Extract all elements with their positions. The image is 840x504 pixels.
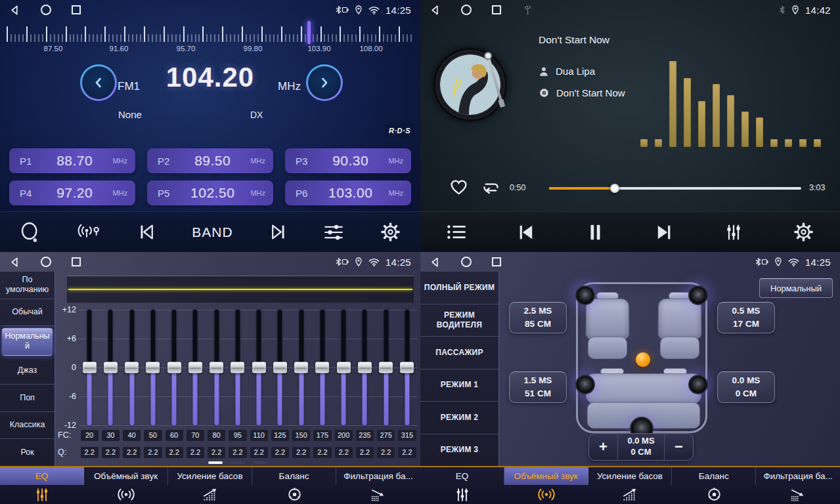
settings-gear-icon[interactable] — [793, 222, 814, 242]
tab-bass-boost[interactable]: Усиление басов — [588, 467, 673, 504]
preset-button-p2[interactable]: P289.50MHz — [147, 148, 273, 173]
fc-value[interactable]: 275 — [377, 430, 395, 441]
repeat-icon[interactable] — [481, 179, 501, 196]
equalizer-icon[interactable] — [724, 223, 743, 242]
home-icon[interactable] — [461, 5, 472, 15]
back-icon[interactable] — [430, 257, 441, 268]
profile-button[interactable]: Нормальный — [759, 278, 833, 298]
q-value[interactable]: 2.2 — [208, 447, 225, 458]
eq-preset-custom[interactable]: Обычай — [0, 299, 55, 327]
eq-preset-pop[interactable]: Поп — [0, 385, 55, 412]
fc-value[interactable]: 110 — [250, 430, 268, 441]
eq-band-slider[interactable] — [248, 310, 269, 425]
recents-icon[interactable] — [72, 257, 81, 266]
eq-band-slider[interactable] — [397, 310, 418, 425]
settings-gear-icon[interactable] — [380, 222, 401, 242]
home-icon[interactable] — [41, 257, 51, 267]
eq-band-slider[interactable] — [291, 310, 312, 425]
fc-value[interactable]: 150 — [292, 430, 310, 441]
progress-thumb[interactable] — [610, 184, 619, 193]
listening-position-marker[interactable] — [636, 352, 650, 367]
q-value[interactable]: 2.2 — [292, 447, 310, 458]
next-station-button[interactable] — [268, 222, 287, 242]
back-icon[interactable] — [430, 5, 441, 16]
tab-bass-boost[interactable]: Усиление басов — [168, 467, 252, 504]
tab-balance[interactable]: Баланс — [252, 467, 336, 504]
eq-band-slider[interactable] — [269, 310, 290, 425]
tab-filter[interactable]: Фильтрация ба... — [756, 467, 840, 504]
speaker-rear-right[interactable] — [688, 375, 708, 394]
tab-filter[interactable]: Фильтрация ба... — [336, 467, 420, 504]
eq-preset-default[interactable]: По умолчанию — [0, 272, 55, 299]
scan-button[interactable] — [20, 221, 41, 243]
eq-band-slider[interactable] — [143, 310, 164, 425]
eq-band-slider[interactable] — [100, 310, 121, 425]
pause-button[interactable] — [588, 223, 603, 242]
speaker-front-left[interactable] — [575, 285, 595, 305]
eq-band-slider[interactable] — [227, 310, 248, 425]
eq-band-slider[interactable] — [206, 310, 227, 425]
home-icon[interactable] — [461, 257, 472, 267]
preset-button-p1[interactable]: P188.70MHz — [9, 148, 135, 173]
mode-3[interactable]: РЕЖИМ 3 — [420, 434, 498, 467]
tab-balance[interactable]: Баланс — [672, 467, 756, 504]
tab-eq[interactable]: EQ — [420, 467, 504, 504]
back-icon[interactable] — [9, 257, 20, 268]
tab-surround[interactable]: Объёмный звук — [84, 467, 168, 504]
playlist-icon[interactable] — [447, 224, 466, 240]
q-value[interactable]: 2.2 — [144, 447, 162, 458]
q-value[interactable]: 2.2 — [123, 447, 141, 458]
mode-passenger[interactable]: ПАССАЖИР — [420, 337, 498, 369]
mode-driver[interactable]: РЕЖИМ ВОДИТЕЛЯ — [420, 304, 498, 337]
q-value[interactable]: 2.2 — [229, 447, 246, 458]
fc-value[interactable]: 175 — [313, 430, 331, 441]
speaker-front-right[interactable] — [688, 285, 708, 305]
tab-surround[interactable]: Объёмный звук — [504, 467, 588, 504]
q-value[interactable]: 2.2 — [271, 447, 289, 458]
eq-band-slider[interactable] — [79, 310, 100, 425]
speaker-rear-left[interactable] — [575, 375, 595, 394]
delay-rear-left[interactable]: 1.5 MS51 CM — [509, 371, 567, 403]
fc-value[interactable]: 80 — [208, 430, 225, 441]
eq-band-slider[interactable] — [122, 310, 143, 425]
tune-up-button[interactable] — [306, 64, 343, 101]
eq-band-slider[interactable] — [164, 310, 185, 425]
eq-preset-jazz[interactable]: Джаз — [0, 358, 55, 385]
next-track-button[interactable] — [653, 223, 673, 242]
fc-value[interactable]: 200 — [335, 430, 353, 441]
fc-value[interactable]: 40 — [123, 430, 141, 441]
fc-value[interactable]: 20 — [81, 430, 99, 441]
preset-button-p3[interactable]: P390.30MHz — [285, 148, 411, 173]
q-value[interactable]: 2.2 — [81, 447, 99, 458]
eq-preset-classic[interactable]: Классика — [0, 412, 55, 440]
eq-band-slider[interactable] — [376, 310, 397, 425]
q-value[interactable]: 2.2 — [102, 447, 120, 458]
previous-track-button[interactable] — [517, 223, 537, 242]
favorite-heart-icon[interactable] — [449, 178, 468, 196]
q-value[interactable]: 2.2 — [250, 447, 268, 458]
mode-2[interactable]: РЕЖИМ 2 — [420, 402, 498, 434]
delay-minus-button[interactable]: − — [664, 434, 693, 460]
broadcast-button[interactable] — [76, 222, 102, 243]
preset-button-p6[interactable]: P6103.00MHz — [285, 180, 411, 205]
mode-full[interactable]: ПОЛНЫЙ РЕЖИМ — [420, 272, 498, 304]
pager-dot[interactable] — [208, 461, 223, 464]
fc-value[interactable]: 30 — [102, 430, 120, 441]
preset-button-p5[interactable]: P5102.50MHz — [147, 180, 273, 205]
q-value[interactable]: 2.2 — [377, 447, 395, 458]
tune-down-button[interactable] — [80, 64, 117, 101]
delay-plus-button[interactable]: + — [589, 434, 618, 460]
eq-band-slider[interactable] — [185, 310, 206, 425]
eq-band-slider[interactable] — [333, 310, 354, 425]
eq-sliders-icon[interactable] — [322, 222, 345, 242]
eq-preset-normal[interactable]: Нормальный — [2, 328, 53, 356]
q-value[interactable]: 2.2 — [398, 447, 416, 458]
tab-eq[interactable]: EQ — [0, 467, 84, 504]
previous-station-button[interactable] — [138, 222, 157, 242]
recents-icon[interactable] — [492, 5, 501, 14]
q-value[interactable]: 2.2 — [356, 447, 374, 458]
fc-value[interactable]: 315 — [398, 430, 416, 441]
home-icon[interactable] — [41, 5, 51, 15]
pager-dot[interactable] — [231, 461, 245, 464]
q-value[interactable]: 2.2 — [187, 447, 204, 458]
